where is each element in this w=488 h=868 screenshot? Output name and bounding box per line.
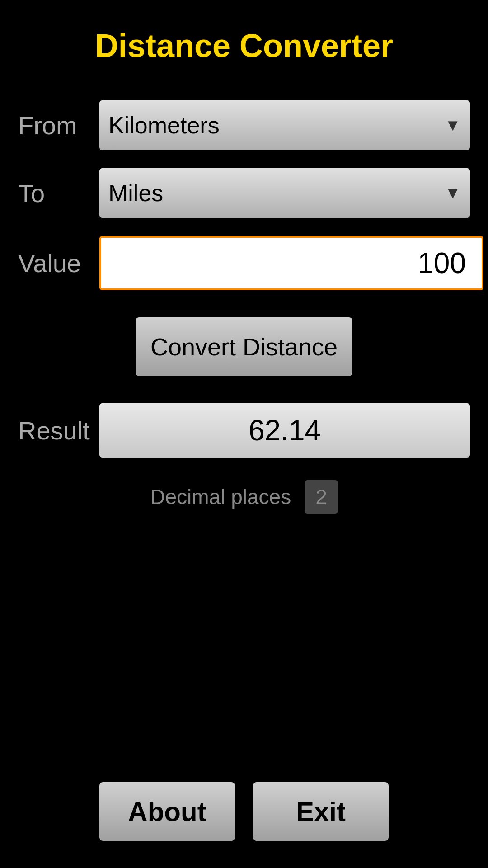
convert-button[interactable]: Convert Distance bbox=[136, 317, 352, 376]
result-label: Result bbox=[18, 416, 99, 445]
from-row: From Kilometers Miles Meters Feet Inches… bbox=[18, 100, 470, 150]
to-row: To Miles Kilometers Meters Feet Inches C… bbox=[18, 168, 470, 218]
from-dropdown[interactable]: Kilometers Miles Meters Feet Inches Cent… bbox=[99, 100, 470, 150]
result-container: Result 62.14 bbox=[0, 403, 488, 476]
exit-button[interactable]: Exit bbox=[253, 782, 389, 841]
from-label: From bbox=[18, 111, 99, 140]
form-container: From Kilometers Miles Meters Feet Inches… bbox=[0, 100, 488, 308]
bottom-buttons: About Exit bbox=[99, 782, 389, 841]
decimal-label: Decimal places bbox=[150, 485, 291, 509]
result-row: Result 62.14 bbox=[18, 403, 470, 458]
to-dropdown[interactable]: Miles Kilometers Meters Feet Inches Cent… bbox=[99, 168, 470, 218]
value-label: Value bbox=[18, 249, 99, 278]
value-row: Value bbox=[18, 236, 470, 290]
from-dropdown-wrapper: Kilometers Miles Meters Feet Inches Cent… bbox=[99, 100, 470, 150]
app-title: Distance Converter bbox=[95, 27, 393, 64]
decimal-badge: 2 bbox=[305, 480, 338, 514]
value-input[interactable] bbox=[99, 236, 483, 290]
about-button[interactable]: About bbox=[99, 782, 235, 841]
to-label: To bbox=[18, 179, 99, 208]
decimal-row: Decimal places 2 bbox=[150, 480, 338, 514]
to-dropdown-wrapper: Miles Kilometers Meters Feet Inches Cent… bbox=[99, 168, 470, 218]
result-display: 62.14 bbox=[99, 403, 470, 458]
